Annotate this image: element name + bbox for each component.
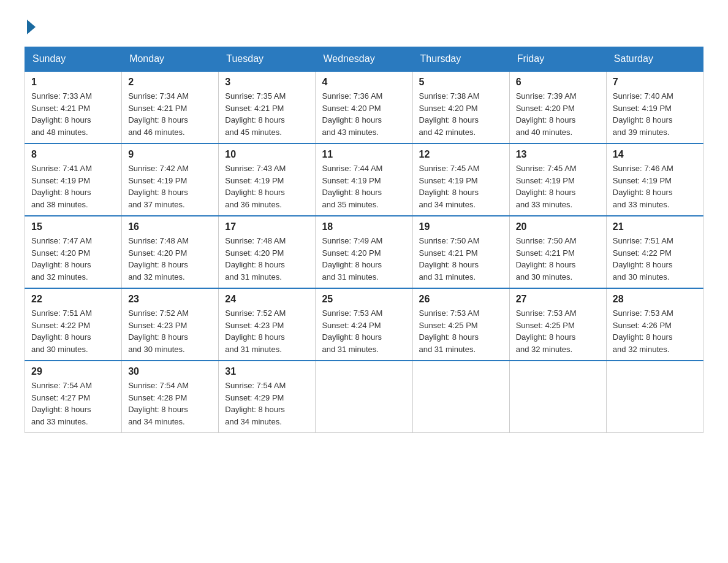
calendar-cell: 3 Sunrise: 7:35 AM Sunset: 4:21 PM Dayli… [219, 71, 316, 144]
day-info: Sunrise: 7:53 AM Sunset: 4:25 PM Dayligh… [419, 307, 503, 355]
calendar-cell: 6 Sunrise: 7:39 AM Sunset: 4:20 PM Dayli… [509, 71, 606, 144]
day-number: 9 [128, 149, 212, 160]
day-number: 26 [419, 294, 503, 305]
day-info: Sunrise: 7:49 AM Sunset: 4:20 PM Dayligh… [322, 235, 406, 283]
day-number: 2 [128, 77, 212, 88]
calendar-cell: 29 Sunrise: 7:54 AM Sunset: 4:27 PM Dayl… [25, 361, 122, 433]
calendar-cell: 16 Sunrise: 7:48 AM Sunset: 4:20 PM Dayl… [122, 216, 219, 288]
day-number: 27 [516, 294, 600, 305]
day-number: 14 [613, 149, 697, 160]
calendar-cell: 26 Sunrise: 7:53 AM Sunset: 4:25 PM Dayl… [412, 288, 509, 361]
day-info: Sunrise: 7:53 AM Sunset: 4:26 PM Dayligh… [613, 307, 697, 355]
day-number: 28 [613, 294, 697, 305]
calendar-cell: 24 Sunrise: 7:52 AM Sunset: 4:23 PM Dayl… [219, 288, 316, 361]
day-info: Sunrise: 7:36 AM Sunset: 4:20 PM Dayligh… [322, 90, 406, 138]
day-info: Sunrise: 7:44 AM Sunset: 4:19 PM Dayligh… [322, 163, 406, 210]
day-info: Sunrise: 7:50 AM Sunset: 4:21 PM Dayligh… [516, 235, 600, 283]
day-number: 30 [128, 366, 212, 377]
day-number: 10 [225, 149, 309, 160]
day-info: Sunrise: 7:48 AM Sunset: 4:20 PM Dayligh… [225, 235, 309, 283]
calendar-cell: 22 Sunrise: 7:51 AM Sunset: 4:22 PM Dayl… [25, 288, 122, 361]
calendar-cell: 19 Sunrise: 7:50 AM Sunset: 4:21 PM Dayl… [412, 216, 509, 288]
col-header-saturday: Saturday [606, 47, 703, 72]
page-header [25, 18, 703, 34]
day-info: Sunrise: 7:52 AM Sunset: 4:23 PM Dayligh… [225, 307, 309, 355]
day-number: 15 [31, 221, 115, 232]
day-info: Sunrise: 7:39 AM Sunset: 4:20 PM Dayligh… [516, 90, 600, 138]
col-header-sunday: Sunday [25, 47, 122, 72]
calendar-cell: 1 Sunrise: 7:33 AM Sunset: 4:21 PM Dayli… [25, 71, 122, 144]
day-info: Sunrise: 7:54 AM Sunset: 4:29 PM Dayligh… [225, 380, 309, 427]
calendar-cell [316, 361, 412, 433]
day-number: 25 [322, 294, 406, 305]
calendar-cell: 4 Sunrise: 7:36 AM Sunset: 4:20 PM Dayli… [316, 71, 412, 144]
day-number: 4 [322, 77, 406, 88]
day-info: Sunrise: 7:53 AM Sunset: 4:24 PM Dayligh… [322, 307, 406, 355]
day-number: 22 [31, 294, 115, 305]
calendar-cell: 27 Sunrise: 7:53 AM Sunset: 4:25 PM Dayl… [509, 288, 606, 361]
calendar-week-row: 15 Sunrise: 7:47 AM Sunset: 4:20 PM Dayl… [25, 216, 703, 288]
day-number: 13 [516, 149, 600, 160]
day-number: 24 [225, 294, 309, 305]
day-number: 12 [419, 149, 503, 160]
calendar-cell: 21 Sunrise: 7:51 AM Sunset: 4:22 PM Dayl… [606, 216, 703, 288]
calendar-cell: 10 Sunrise: 7:43 AM Sunset: 4:19 PM Dayl… [219, 144, 316, 216]
day-number: 19 [419, 221, 503, 232]
day-info: Sunrise: 7:51 AM Sunset: 4:22 PM Dayligh… [613, 235, 697, 283]
calendar-cell: 14 Sunrise: 7:46 AM Sunset: 4:19 PM Dayl… [606, 144, 703, 216]
calendar-cell: 25 Sunrise: 7:53 AM Sunset: 4:24 PM Dayl… [316, 288, 412, 361]
col-header-monday: Monday [122, 47, 219, 72]
day-info: Sunrise: 7:48 AM Sunset: 4:20 PM Dayligh… [128, 235, 212, 283]
calendar-cell: 28 Sunrise: 7:53 AM Sunset: 4:26 PM Dayl… [606, 288, 703, 361]
col-header-friday: Friday [509, 47, 606, 72]
day-number: 16 [128, 221, 212, 232]
day-info: Sunrise: 7:54 AM Sunset: 4:27 PM Dayligh… [31, 380, 115, 427]
calendar-cell: 23 Sunrise: 7:52 AM Sunset: 4:23 PM Dayl… [122, 288, 219, 361]
day-info: Sunrise: 7:38 AM Sunset: 4:20 PM Dayligh… [419, 90, 503, 138]
day-number: 29 [31, 366, 115, 377]
day-info: Sunrise: 7:43 AM Sunset: 4:19 PM Dayligh… [225, 163, 309, 210]
calendar-cell: 12 Sunrise: 7:45 AM Sunset: 4:19 PM Dayl… [412, 144, 509, 216]
calendar-cell: 11 Sunrise: 7:44 AM Sunset: 4:19 PM Dayl… [316, 144, 412, 216]
day-info: Sunrise: 7:53 AM Sunset: 4:25 PM Dayligh… [516, 307, 600, 355]
day-info: Sunrise: 7:41 AM Sunset: 4:19 PM Dayligh… [31, 163, 115, 210]
day-number: 5 [419, 77, 503, 88]
col-header-thursday: Thursday [412, 47, 509, 72]
day-info: Sunrise: 7:40 AM Sunset: 4:19 PM Dayligh… [613, 90, 697, 138]
day-number: 3 [225, 77, 309, 88]
logo-arrow-icon [27, 20, 36, 34]
day-info: Sunrise: 7:45 AM Sunset: 4:19 PM Dayligh… [419, 163, 503, 210]
day-number: 21 [613, 221, 697, 232]
col-header-wednesday: Wednesday [316, 47, 412, 72]
day-info: Sunrise: 7:35 AM Sunset: 4:21 PM Dayligh… [225, 90, 309, 138]
day-number: 11 [322, 149, 406, 160]
day-info: Sunrise: 7:34 AM Sunset: 4:21 PM Dayligh… [128, 90, 212, 138]
day-number: 6 [516, 77, 600, 88]
day-number: 8 [31, 149, 115, 160]
calendar-cell: 17 Sunrise: 7:48 AM Sunset: 4:20 PM Dayl… [219, 216, 316, 288]
calendar-cell: 2 Sunrise: 7:34 AM Sunset: 4:21 PM Dayli… [122, 71, 219, 144]
logo [25, 18, 36, 34]
calendar-cell: 9 Sunrise: 7:42 AM Sunset: 4:19 PM Dayli… [122, 144, 219, 216]
calendar-week-row: 1 Sunrise: 7:33 AM Sunset: 4:21 PM Dayli… [25, 71, 703, 144]
calendar-cell: 15 Sunrise: 7:47 AM Sunset: 4:20 PM Dayl… [25, 216, 122, 288]
day-number: 31 [225, 366, 309, 377]
day-number: 23 [128, 294, 212, 305]
calendar-week-row: 8 Sunrise: 7:41 AM Sunset: 4:19 PM Dayli… [25, 144, 703, 216]
day-number: 18 [322, 221, 406, 232]
calendar-cell: 7 Sunrise: 7:40 AM Sunset: 4:19 PM Dayli… [606, 71, 703, 144]
day-info: Sunrise: 7:50 AM Sunset: 4:21 PM Dayligh… [419, 235, 503, 283]
day-number: 17 [225, 221, 309, 232]
calendar-cell [606, 361, 703, 433]
day-info: Sunrise: 7:33 AM Sunset: 4:21 PM Dayligh… [31, 90, 115, 138]
col-header-tuesday: Tuesday [219, 47, 316, 72]
calendar-cell: 30 Sunrise: 7:54 AM Sunset: 4:28 PM Dayl… [122, 361, 219, 433]
calendar-cell: 18 Sunrise: 7:49 AM Sunset: 4:20 PM Dayl… [316, 216, 412, 288]
day-info: Sunrise: 7:51 AM Sunset: 4:22 PM Dayligh… [31, 307, 115, 355]
calendar-cell: 8 Sunrise: 7:41 AM Sunset: 4:19 PM Dayli… [25, 144, 122, 216]
calendar-cell: 5 Sunrise: 7:38 AM Sunset: 4:20 PM Dayli… [412, 71, 509, 144]
calendar-table: SundayMondayTuesdayWednesdayThursdayFrid… [25, 47, 703, 433]
calendar-cell [412, 361, 509, 433]
calendar-cell: 31 Sunrise: 7:54 AM Sunset: 4:29 PM Dayl… [219, 361, 316, 433]
day-number: 7 [613, 77, 697, 88]
